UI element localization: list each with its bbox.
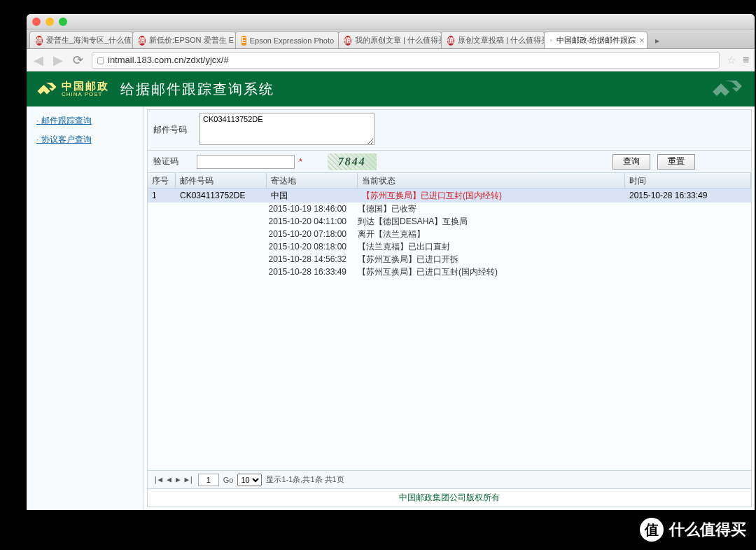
pager-next-button[interactable]: ▶	[176, 475, 181, 484]
detail-row: 2015-10-28 14:56:32【苏州互换局】已进口开拆	[148, 253, 751, 266]
detail-row: 2015-10-20 07:18:00离开【法兰克福】	[148, 228, 751, 240]
new-tab-button[interactable]: ▸	[650, 33, 665, 48]
detail-row: 2015-10-20 08:18:00【法兰克福】已出口直封	[148, 240, 751, 253]
results-grid: 序号 邮件号码 寄达地 当前状态 时间 1 CK034113752DE 中国 【…	[148, 173, 751, 470]
col-seq[interactable]: 序号	[148, 173, 176, 188]
close-tab-icon[interactable]: ×	[639, 35, 645, 46]
brand-cn: 中国邮政	[62, 81, 109, 92]
china-post-logo: 中国邮政 CHINA POST	[36, 81, 109, 97]
pager-info: 显示1-1条,共1条 共1页	[266, 474, 344, 485]
favicon-smzdm-icon: 值	[447, 36, 454, 46]
maximize-window-button[interactable]	[59, 18, 67, 26]
detail-row: 2015-10-20 04:11:00到达【德国DESAHA】互换局	[148, 215, 751, 228]
site-banner: 中国邮政 CHINA POST 给据邮件跟踪查询系统	[27, 71, 755, 106]
col-mail[interactable]: 邮件号码	[176, 173, 267, 188]
sidebar-nav: 邮件跟踪查询 协议客户查询	[27, 106, 144, 510]
favicon-doc-icon: ▫	[550, 36, 553, 46]
favicon-smzdm-icon: 值	[344, 36, 351, 46]
watermark-badge-icon: 值	[640, 518, 664, 542]
site-info-icon: ▢	[97, 55, 104, 65]
captcha-row: 验证码 * 7844 查询 重置	[148, 151, 751, 173]
result-row[interactable]: 1 CK034113752DE 中国 【苏州互换局】已进口互封(国内经转) 20…	[148, 188, 751, 202]
watermark: 值 什么值得买	[640, 518, 746, 542]
mail-number-input[interactable]: CK034113752DE	[200, 113, 374, 145]
browser-window: 值爱普生_海淘专区_什么值得买× 值新低价:EPSON 爱普生 E× EEpso…	[27, 14, 755, 510]
tab-4[interactable]: 值原创文章投稿 | 什么值得买×	[441, 32, 545, 48]
detail-row: 2015-10-28 16:33:49【苏州互换局】已进口互封(国内经转)	[148, 266, 751, 278]
sidebar-link-contract[interactable]: 协议客户查询	[36, 134, 144, 146]
reset-button[interactable]: 重置	[657, 154, 695, 170]
col-status[interactable]: 当前状态	[358, 173, 625, 188]
tab-strip: 值爱普生_海淘专区_什么值得买× 值新低价:EPSON 爱普生 E× EEpso…	[27, 29, 755, 49]
favicon-epson-icon: E	[241, 36, 246, 46]
pager-size-select[interactable]: 10	[237, 474, 262, 486]
pager-prev-button[interactable]: ◀	[167, 475, 172, 484]
forward-button[interactable]: ▶	[52, 53, 64, 68]
mail-number-label: 邮件号码	[148, 110, 197, 150]
favicon-smzdm-icon: 值	[36, 36, 43, 46]
reload-button[interactable]: ⟳	[71, 53, 85, 68]
captcha-label: 验证码	[148, 151, 197, 172]
tab-5[interactable]: ▫中国邮政-给据邮件跟踪×	[544, 32, 648, 48]
pager-first-button[interactable]: |◀	[153, 475, 162, 484]
grid-header-row: 序号 邮件号码 寄达地 当前状态 时间	[148, 173, 751, 188]
main-panel: 邮件号码 CK034113752DE 验证码 * 7844 查询 重置	[147, 109, 752, 507]
url-text: intmail.183.com.cn/zdxt/yjcx/#	[108, 55, 229, 65]
bookmark-button[interactable]: ☆	[727, 54, 736, 67]
query-button[interactable]: 查询	[612, 154, 650, 170]
traffic-lights	[32, 18, 67, 26]
page-footer: 中国邮政集团公司版权所有	[148, 488, 751, 507]
back-button[interactable]: ◀	[32, 53, 45, 68]
page-content: 中国邮政 CHINA POST 给据邮件跟踪查询系统 邮件跟踪查询 协议客户查询…	[27, 71, 755, 510]
favicon-smzdm-icon: 值	[139, 36, 146, 46]
content-area: 邮件跟踪查询 协议客户查询 邮件号码 CK034113752DE 验证码 * 7…	[27, 106, 755, 510]
captcha-input[interactable]	[197, 155, 295, 169]
captcha-image[interactable]: 7844	[328, 153, 377, 170]
required-asterisk: *	[299, 157, 302, 167]
tab-1[interactable]: 值新低价:EPSON 爱普生 E×	[132, 32, 236, 48]
tab-3[interactable]: 值我的原创文章 | 什么值得买×	[338, 32, 442, 48]
brand-en: CHINA POST	[62, 92, 109, 97]
tab-0[interactable]: 值爱普生_海淘专区_什么值得买×	[29, 32, 133, 48]
col-time[interactable]: 时间	[625, 173, 751, 188]
china-post-mark-icon	[36, 81, 57, 97]
mail-number-row: 邮件号码 CK034113752DE	[148, 110, 751, 151]
system-title: 给据邮件跟踪查询系统	[120, 80, 274, 99]
pager: |◀ ◀ ▶ ▶| Go 10 显示1-1条,共1条 共1页	[148, 470, 751, 488]
address-bar[interactable]: ▢ intmail.183.com.cn/zdxt/yjcx/#	[92, 52, 720, 69]
detail-row: 2015-10-19 18:46:00【德国】已收寄	[148, 202, 751, 215]
pager-go-button[interactable]: Go	[223, 476, 234, 484]
menu-button[interactable]: ≡	[743, 54, 749, 67]
sidebar-link-tracking[interactable]: 邮件跟踪查询	[36, 115, 144, 127]
pager-last-button[interactable]: ▶|	[185, 475, 194, 484]
pager-page-input[interactable]	[198, 474, 219, 486]
col-dest[interactable]: 寄达地	[267, 173, 358, 188]
close-window-button[interactable]	[32, 18, 41, 26]
watermark-text: 什么值得买	[669, 519, 746, 540]
window-titlebar	[27, 14, 755, 29]
minimize-window-button[interactable]	[46, 18, 54, 26]
banner-decoration-icon	[710, 76, 745, 102]
browser-toolbar: ◀ ▶ ⟳ ▢ intmail.183.com.cn/zdxt/yjcx/# ☆…	[27, 49, 755, 71]
tab-2[interactable]: EEpson Expression Photo×	[235, 32, 339, 48]
